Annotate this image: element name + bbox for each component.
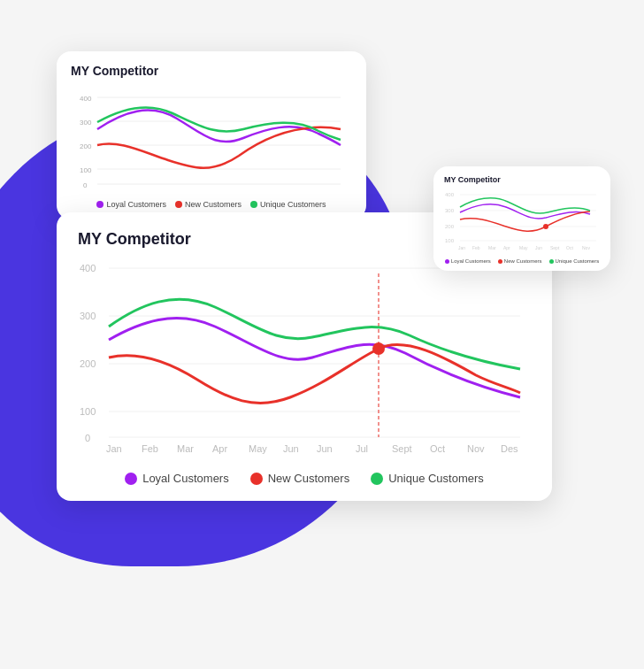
- legend-loyal-main: Loyal Customers: [125, 472, 229, 485]
- new-dot-main: [250, 473, 263, 485]
- svg-text:300: 300: [445, 208, 455, 213]
- svg-text:Jul: Jul: [356, 443, 368, 454]
- loyal-label-mini: Loyal Customers: [451, 258, 491, 264]
- svg-text:100: 100: [80, 166, 92, 174]
- loyal-dot-mini: [445, 259, 449, 264]
- chart-mini-area: 400 300 200 100 Jan Feb Mar Apr May Jun …: [444, 188, 600, 255]
- chart-back-area: 400 300 200 100 0 Jan Feb Mar Apr May Ju…: [71, 85, 352, 195]
- legend-new-mini: New Customers: [498, 258, 542, 264]
- svg-text:200: 200: [445, 224, 455, 229]
- svg-text:400: 400: [445, 192, 455, 197]
- svg-text:0: 0: [83, 181, 88, 189]
- legend-loyal-mini: Loyal Customers: [445, 258, 491, 264]
- svg-text:200: 200: [80, 358, 96, 369]
- chart-card-back: MY Competitor 400 300 200 100 0 Jan Feb …: [57, 51, 366, 219]
- svg-text:Oct: Oct: [566, 245, 573, 250]
- svg-text:Nov: Nov: [467, 443, 485, 454]
- svg-text:200: 200: [80, 142, 92, 150]
- svg-text:Jun: Jun: [317, 443, 333, 454]
- unique-label-main: Unique Customers: [388, 472, 484, 485]
- new-label-back: New Customers: [185, 200, 242, 209]
- svg-text:400: 400: [80, 95, 92, 103]
- svg-text:Apr: Apr: [503, 245, 510, 250]
- loyal-dot-main: [125, 473, 137, 485]
- chart-main-area: 400 300 200 100 0 Jan Feb Mar Apr: [78, 256, 531, 463]
- chart-mini-title: MY Competitor: [444, 175, 600, 184]
- chart-mini-legend: Loyal Customers New Customers Unique Cus…: [444, 258, 600, 264]
- legend-new-back: New Customers: [175, 200, 242, 209]
- chart-mini-svg: 400 300 200 100 Jan Feb Mar Apr May Jun …: [444, 188, 600, 251]
- new-label-main: New Customers: [268, 472, 349, 485]
- new-label-mini: New Customers: [504, 258, 542, 264]
- loyal-label-main: Loyal Customers: [142, 472, 229, 485]
- svg-text:Jun: Jun: [535, 245, 542, 250]
- svg-text:Apr: Apr: [212, 443, 227, 454]
- loyal-label-back: Loyal Customers: [106, 200, 166, 209]
- legend-new-main: New Customers: [250, 472, 349, 485]
- legend-unique-main: Unique Customers: [371, 472, 484, 485]
- unique-label-mini: Unique Customers: [556, 258, 600, 264]
- new-dot-back: [175, 201, 182, 208]
- loyal-dot-back: [96, 201, 104, 208]
- unique-dot-mini: [549, 259, 554, 264]
- svg-text:Oct: Oct: [430, 443, 445, 454]
- svg-point-52: [543, 224, 548, 229]
- chart-card-mini: MY Competitor 400 300 200 100 Jan Feb Ma…: [433, 166, 610, 271]
- chart-back-svg: 400 300 200 100 0 Jan Feb Mar Apr May Ju…: [71, 85, 345, 191]
- tooltip-dot: [372, 342, 385, 355]
- svg-text:100: 100: [80, 406, 96, 417]
- svg-text:Sept: Sept: [550, 245, 560, 250]
- chart-main-svg: 400 300 200 100 0 Jan Feb Mar Apr: [78, 256, 529, 459]
- svg-text:Jan: Jan: [458, 245, 465, 250]
- legend-unique-back: Unique Customers: [250, 200, 326, 209]
- svg-text:Feb: Feb: [142, 443, 158, 454]
- svg-text:300: 300: [80, 119, 92, 127]
- new-dot-mini: [498, 259, 502, 264]
- chart-main-legend: Loyal Customers New Customers Unique Cus…: [78, 472, 531, 485]
- unique-label-back: Unique Customers: [260, 200, 326, 209]
- svg-text:Feb: Feb: [472, 245, 480, 250]
- unique-dot-back: [250, 201, 257, 208]
- svg-text:Jan: Jan: [106, 443, 122, 454]
- svg-text:300: 300: [80, 311, 96, 321]
- legend-loyal-back: Loyal Customers: [96, 200, 166, 209]
- svg-text:Mar: Mar: [488, 245, 496, 250]
- svg-text:400: 400: [80, 263, 96, 273]
- svg-text:Nov: Nov: [582, 245, 590, 250]
- svg-text:Des: Des: [501, 443, 518, 454]
- unique-dot-main: [371, 473, 383, 485]
- chart-back-legend: Loyal Customers New Customers Unique Cus…: [71, 200, 352, 209]
- svg-text:0: 0: [85, 433, 90, 443]
- svg-text:Sept: Sept: [392, 443, 412, 454]
- svg-text:Mar: Mar: [177, 443, 194, 454]
- svg-text:Jun: Jun: [283, 443, 299, 454]
- svg-text:100: 100: [445, 238, 455, 243]
- legend-unique-mini: Unique Customers: [549, 258, 600, 264]
- svg-text:May: May: [249, 443, 267, 454]
- svg-text:May: May: [519, 245, 528, 250]
- chart-back-title: MY Competitor: [71, 64, 352, 78]
